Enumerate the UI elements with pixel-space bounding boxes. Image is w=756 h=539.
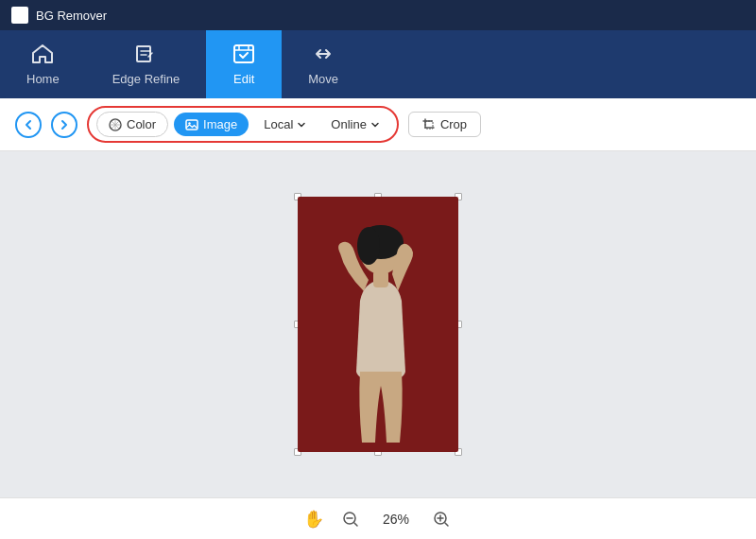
app-name: BG Remover xyxy=(36,9,107,23)
forward-button[interactable] xyxy=(51,112,77,138)
image-container xyxy=(298,197,458,452)
edge-refine-icon xyxy=(134,43,157,67)
person-figure xyxy=(317,216,439,452)
move-icon xyxy=(312,43,335,67)
online-chevron-icon xyxy=(370,120,380,130)
color-icon xyxy=(109,118,122,131)
zoom-in-icon xyxy=(433,511,450,528)
nav-label-edge-refine: Edge Refine xyxy=(112,72,180,86)
nav-item-home[interactable]: Home xyxy=(0,30,86,98)
local-chevron-icon xyxy=(297,120,306,130)
nav-item-edge-refine[interactable]: Edge Refine xyxy=(86,30,207,98)
zoom-out-button[interactable] xyxy=(339,508,362,530)
zoom-in-button[interactable] xyxy=(430,508,453,530)
svg-point-9 xyxy=(357,227,380,265)
background-image xyxy=(298,197,458,452)
svg-rect-10 xyxy=(373,270,388,287)
color-button[interactable]: Color xyxy=(96,112,168,137)
nav-label-move: Move xyxy=(308,72,338,86)
crop-button[interactable]: Crop xyxy=(408,112,481,137)
crop-icon xyxy=(422,118,436,131)
image-button[interactable]: Image xyxy=(174,113,249,136)
nav-label-home: Home xyxy=(26,72,60,86)
svg-point-5 xyxy=(188,122,190,124)
nav-bar: Home Edge Refine Edit xyxy=(0,30,756,98)
background-options-group: Color Image Local Online xyxy=(87,106,399,143)
home-icon xyxy=(31,43,54,67)
svg-rect-2 xyxy=(234,45,253,62)
status-bar: ✋ 26% xyxy=(0,497,756,539)
nav-label-edit: Edit xyxy=(233,72,254,86)
image-icon xyxy=(185,118,198,131)
online-dropdown-button[interactable]: Online xyxy=(321,113,389,136)
edit-icon xyxy=(232,43,255,67)
svg-rect-4 xyxy=(186,120,198,130)
nav-item-edit[interactable]: Edit xyxy=(206,30,282,98)
svg-rect-1 xyxy=(137,46,150,61)
toolbar: Color Image Local Online xyxy=(0,98,756,151)
title-bar: BG Remover xyxy=(0,0,756,30)
local-dropdown-button[interactable]: Local xyxy=(254,113,316,136)
back-button[interactable] xyxy=(15,112,42,138)
pan-tool-icon[interactable]: ✋ xyxy=(303,509,324,530)
nav-item-move[interactable]: Move xyxy=(282,30,365,98)
canvas-area xyxy=(0,151,756,497)
zoom-out-icon xyxy=(342,511,359,528)
app-icon xyxy=(11,7,28,24)
zoom-level-display: 26% xyxy=(377,512,415,527)
